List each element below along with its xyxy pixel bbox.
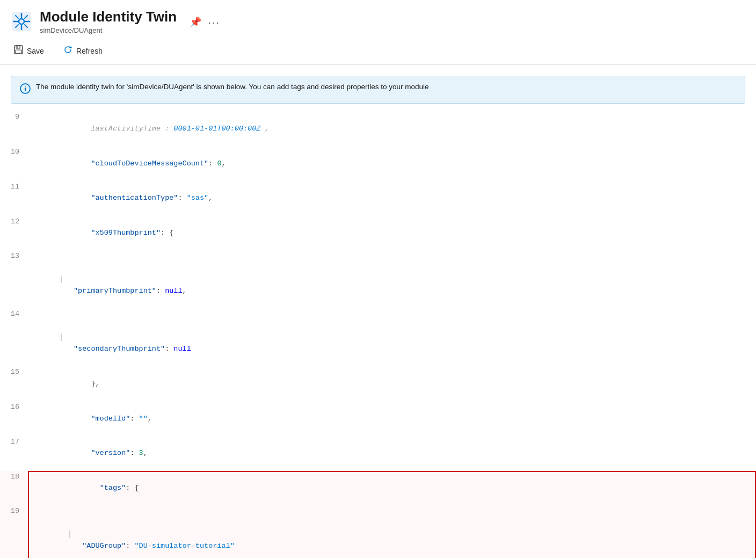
code-editor: 9 lastActivityTime : 0001-01-01T00:00:00… <box>0 111 756 558</box>
app-logo <box>11 11 32 32</box>
code-line-13: 13 "primaryThumbprint": null, <box>0 250 756 308</box>
svg-rect-11 <box>16 46 20 48</box>
code-line-15: 15 }, <box>0 366 756 401</box>
svg-text:i: i <box>24 85 26 93</box>
info-icon: i <box>20 83 31 97</box>
code-line-11: 11 "authenticationType": "sas", <box>0 181 756 216</box>
highlighted-section: 18 "tags": { 19 "ADUGroup": "DU-simulato… <box>0 471 756 558</box>
refresh-icon <box>63 45 72 57</box>
code-line-10: 10 "cloudToDeviceMessageCount": 0, <box>0 146 756 181</box>
code-line-14: 14 "secondaryThumbprint": null <box>0 308 756 366</box>
pin-icon[interactable]: 📌 <box>190 16 201 28</box>
toolbar: Save Refresh <box>0 39 756 65</box>
refresh-button[interactable]: Refresh <box>60 43 106 59</box>
code-line-12: 12 "x509Thumbprint": { <box>0 216 756 251</box>
code-line-19: 19 "ADUGroup": "DU-simulator-tutorial" <box>0 505 756 558</box>
info-banner: i The module identity twin for 'simDevic… <box>11 76 745 104</box>
refresh-label: Refresh <box>76 47 103 55</box>
more-options-icon[interactable]: ··· <box>208 16 220 28</box>
save-label: Save <box>27 47 44 55</box>
svg-rect-12 <box>16 50 21 53</box>
title-block: Module Identity Twin simDevice/DUAgent <box>40 9 177 34</box>
save-button[interactable]: Save <box>11 43 47 59</box>
code-line-17: 17 "version": 3, <box>0 436 756 471</box>
page-title: Module Identity Twin <box>40 9 177 25</box>
save-icon <box>14 45 23 57</box>
code-line-18: 18 "tags": { <box>0 471 756 506</box>
header-actions: 📌 ··· <box>190 16 220 28</box>
page-subtitle: simDevice/DUAgent <box>40 26 177 34</box>
page-header: Module Identity Twin simDevice/DUAgent 📌… <box>0 0 756 39</box>
code-line-9: 9 lastActivityTime : 0001-01-01T00:00:00… <box>0 111 756 146</box>
code-content: lastActivityTime : 0001-01-01T00:00:00Z … <box>56 125 270 133</box>
info-text: The module identity twin for 'simDevice/… <box>36 83 429 91</box>
code-line-16: 16 "modelId": "", <box>0 401 756 436</box>
